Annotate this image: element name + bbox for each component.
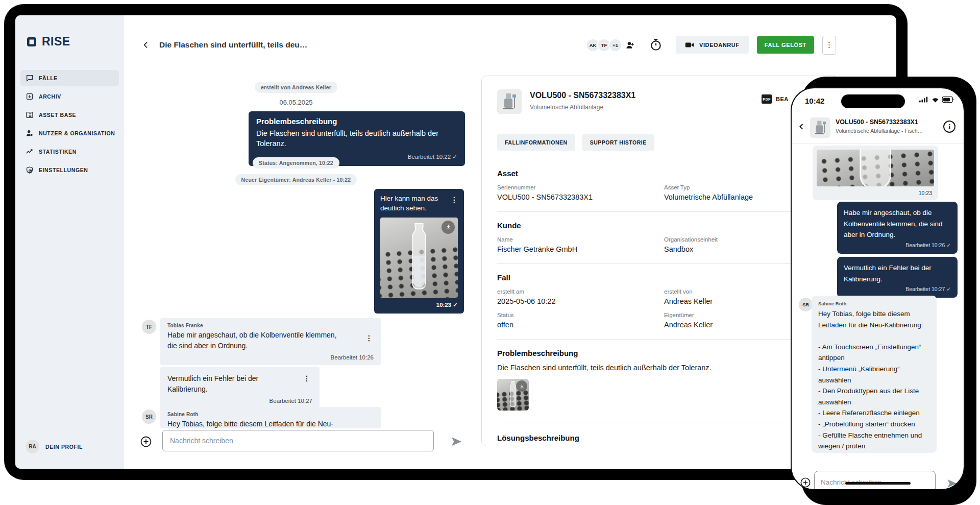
message-menu-icon[interactable]: ⋮ [451, 196, 458, 203]
photo-message-bubble: Hier kann man das deutlich sehen. ⋮ 10:2… [374, 189, 464, 314]
back-button[interactable] [139, 38, 153, 52]
phone-device: 10:42 VOLU500 - SN567332383X1 Volumetris… [791, 87, 965, 490]
message-meta: Bearbeitet 10:27 ✓ [844, 286, 951, 292]
dynamic-island [841, 94, 905, 108]
sidebar-item-label: FÄLLE [39, 75, 58, 81]
message-meta: Bearbeitet 10:26 ✓ [844, 242, 951, 248]
header-menu-button[interactable]: ⋮ [822, 36, 836, 55]
problem-photo-thumbnail[interactable] [497, 379, 529, 411]
bubble-text: Die Flaschen sind unterfüllt, teils deut… [256, 128, 457, 149]
sidebar-item-label: STATISTIKEN [39, 149, 77, 155]
video-camera-icon [685, 41, 694, 49]
asset-title: VOLU500 - SN567332383X1 [836, 118, 918, 126]
divider [497, 263, 823, 264]
message-menu-icon[interactable]: ⋮ [303, 375, 310, 382]
message-bubble: Tobias Franke Habe mir angeschaut, ob di… [160, 318, 381, 365]
message-text: Hey Tobias, folge bitte diesem Leitfaden… [167, 419, 374, 428]
download-icon[interactable] [442, 221, 455, 234]
line-chart-icon [26, 148, 34, 156]
field-value: offen [497, 321, 664, 329]
avatar: RA [26, 440, 39, 453]
case-resolved-button[interactable]: FALL GELÖST [757, 36, 814, 54]
phone-chat-header: VOLU500 - SN567332383X1 Volumetrische Ab… [792, 112, 964, 143]
back-button[interactable] [798, 121, 805, 134]
send-button[interactable] [448, 435, 461, 450]
edit-label: BEA [776, 96, 789, 102]
sidebar-item-label: EINSTELLUNGEN [39, 167, 88, 173]
sidebar-item-asset-base[interactable]: ASSET BASE [20, 107, 119, 123]
message-input[interactable] [814, 471, 936, 490]
status-chip: Status: Angenommen, 10:22 [125, 157, 467, 169]
info-icon[interactable]: i [943, 121, 955, 133]
person-add-icon [625, 40, 635, 50]
user-gear-icon [26, 129, 34, 137]
asset-title: VOLU500 - SN567332383X1 [530, 91, 635, 100]
phone-clock: 10:42 [805, 97, 824, 105]
sidebar-item-label: ASSET BASE [39, 112, 76, 118]
download-icon[interactable] [516, 380, 527, 392]
chat-bubble-icon [26, 74, 34, 82]
section-heading-kunde: Kunde [497, 221, 823, 230]
archive-icon [26, 92, 34, 101]
bubble-time: 10:23 ✓ [380, 301, 458, 308]
bottle-photo[interactable] [380, 218, 458, 298]
field-label: Status [497, 312, 664, 318]
sidebar-item-label: ARCHIV [39, 93, 61, 100]
field-label: erstellt am [497, 288, 664, 295]
sidebar-item-nutzer-organisation[interactable]: NUTZER & ORGANISATION [20, 125, 119, 141]
profile-label: DEIN PROFIL [45, 444, 83, 450]
videocall-button[interactable]: VIDEOANRUF [676, 36, 749, 54]
chevron-left-icon [798, 121, 805, 132]
message-text: Vermutlich ein Fehler bei der Kalibrieru… [844, 262, 951, 284]
asset-subtitle: Volumetrische Abfüllanlage - Fisch… [836, 128, 923, 134]
tab-fallinformationen[interactable]: FALLINFORMATIONEN [497, 134, 575, 151]
message-text: Hey Tobias, folge bitte diesem Leitfaden… [818, 308, 930, 452]
message-input[interactable] [162, 430, 434, 451]
app-logo-text: RISE [42, 35, 70, 49]
sidebar-item-statistiken[interactable]: STATISTIKEN [20, 143, 119, 160]
stopwatch-icon [649, 38, 663, 52]
attach-button[interactable] [140, 436, 152, 450]
wifi-icon [931, 97, 940, 103]
asset-thumbnail [497, 89, 522, 114]
send-icon [448, 435, 461, 448]
section-heading-asset: Asset [497, 169, 823, 178]
divider [497, 423, 823, 423]
message-text: Habe mir angeschaut, ob die Kolbenventil… [844, 207, 951, 241]
field-label: Seriennummer [497, 184, 664, 190]
sidebar-item-einstellungen[interactable]: EINSTELLUNGEN [20, 162, 119, 178]
attach-button[interactable] [800, 477, 811, 490]
add-member-button[interactable] [625, 40, 635, 50]
sidebar: RISE FÄLLE ARCHIV ASSET BASE NUTZER & OR… [15, 15, 124, 469]
photo-message-bubble: 10:23 [813, 146, 938, 200]
field-value: VOLU500 - SN567332383X1 [497, 193, 664, 201]
field-value: 2025-05-06 10:22 [497, 297, 664, 305]
case-details-panel: VOLU500 - SN567332383X1 Volumetrische Ab… [481, 76, 839, 446]
avatar: SR [142, 410, 156, 424]
message-menu-icon[interactable]: ⋮ [365, 334, 373, 342]
avatar-more[interactable]: +1 [608, 38, 622, 52]
timer-button[interactable] [649, 38, 663, 52]
case-title: Die Flaschen sind unterfüllt, teils deu… [159, 40, 307, 50]
message-author: Tobias Franke [167, 323, 374, 328]
message-author: Sabine Roth [818, 301, 930, 306]
edit-button[interactable]: PDF BEA [762, 94, 789, 104]
section-heading-fall: Fall [497, 273, 823, 282]
sidebar-item-faelle[interactable]: FÄLLE [20, 70, 119, 86]
bottle-photo[interactable] [817, 150, 934, 186]
message-meta: Bearbeitet 10:26 [167, 354, 374, 360]
message-bubble: Sabine Roth Hey Tobias, folge bitte dies… [812, 296, 937, 453]
pdf-icon: PDF [762, 94, 772, 104]
message-bubble: Vermutlich ein Fehler bei der Kalibrieru… [160, 367, 320, 408]
bubble-title: Problembeschreibung [256, 117, 457, 126]
field-value: Fischer Getränke GmbH [497, 245, 664, 253]
sidebar-item-archiv[interactable]: ARCHIV [20, 88, 119, 105]
message-bubble: Sabine Roth Hey Tobias, folge bitte dies… [160, 407, 381, 428]
section-heading-problem: Problembeschreibung [497, 349, 823, 357]
tab-support-historie[interactable]: SUPPORT HISTORIE [582, 134, 654, 151]
home-indicator[interactable] [845, 482, 911, 485]
section-heading-solution: Lösungsbeschreibung [497, 434, 823, 442]
battery-icon [942, 97, 954, 103]
rise-logo-icon [26, 36, 38, 48]
profile-entry[interactable]: RA DEIN PROFIL [26, 440, 83, 453]
